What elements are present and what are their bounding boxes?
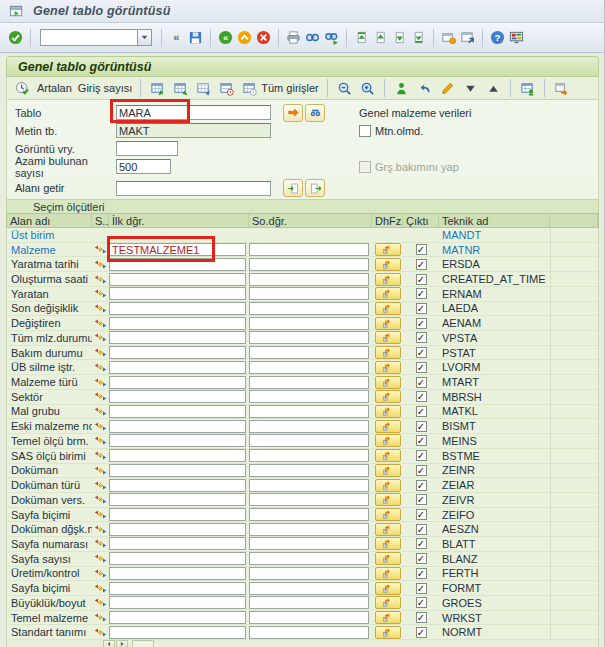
insert-field-button[interactable] (283, 179, 303, 197)
scrollbar-thumb[interactable] (132, 640, 154, 647)
hold-entries-button[interactable] (215, 79, 238, 98)
output-checkbox[interactable]: ✓ (416, 377, 427, 388)
multiple-selection-button[interactable] (375, 449, 401, 462)
undo-button[interactable] (413, 79, 436, 98)
multiple-selection-button[interactable] (375, 464, 401, 477)
multiple-selection-button[interactable] (375, 537, 401, 550)
deselect-fields-button[interactable] (192, 79, 215, 98)
selection-options-icon[interactable] (94, 331, 108, 345)
select-fields-button[interactable] (146, 79, 169, 98)
to-value-input[interactable] (249, 449, 369, 462)
selection-options-icon[interactable] (94, 566, 108, 580)
first-page-icon[interactable] (352, 28, 371, 47)
to-value-input[interactable] (249, 287, 369, 300)
print-icon[interactable] (284, 28, 303, 47)
output-checkbox[interactable]: ✓ (416, 612, 427, 623)
from-value-input[interactable] (109, 596, 246, 609)
output-checkbox[interactable]: ✓ (416, 538, 427, 549)
output-checkbox[interactable]: ✓ (416, 509, 427, 520)
sort-ascending-button[interactable] (482, 79, 505, 98)
alan-getir-input[interactable] (116, 181, 271, 196)
from-value-input[interactable] (109, 464, 246, 477)
exit-icon[interactable] (254, 28, 273, 47)
multiple-selection-button[interactable] (375, 611, 401, 624)
selection-options-icon[interactable] (94, 596, 108, 610)
output-checkbox[interactable]: ✓ (416, 303, 427, 314)
multiple-selection-button[interactable] (375, 376, 401, 389)
user-icon[interactable] (393, 80, 410, 97)
from-value-input[interactable] (109, 508, 246, 521)
goruntu-vry-input[interactable] (116, 141, 178, 156)
to-value-input[interactable] (249, 582, 369, 595)
from-value-input[interactable] (109, 582, 246, 595)
user-parameters-button[interactable] (516, 79, 539, 98)
selection-options-icon[interactable] (94, 301, 108, 315)
table-hold-2-icon[interactable] (241, 80, 258, 97)
sort-descending-icon[interactable] (462, 80, 479, 97)
multiple-selection-button[interactable] (375, 243, 401, 256)
delete-selections-button[interactable] (436, 79, 459, 98)
to-value-input[interactable] (249, 508, 369, 521)
output-checkbox[interactable]: ✓ (416, 421, 427, 432)
to-value-input[interactable] (249, 493, 369, 506)
insert-all-fields-button[interactable] (305, 179, 325, 197)
to-value-input[interactable] (249, 302, 369, 315)
selection-options-icon[interactable] (94, 375, 108, 389)
from-value-input[interactable] (109, 376, 246, 389)
to-value-input[interactable] (249, 405, 369, 418)
table-hold-1-icon[interactable] (218, 80, 235, 97)
selection-options-icon[interactable] (94, 611, 108, 625)
selection-options-icon[interactable] (94, 552, 108, 566)
output-checkbox[interactable]: ✓ (416, 274, 427, 285)
create-shortcut-icon[interactable] (458, 28, 477, 47)
selection-options-icon[interactable] (94, 404, 108, 418)
azami-input[interactable]: 500 (116, 159, 171, 174)
to-value-input[interactable] (249, 346, 369, 359)
up-icon[interactable] (235, 28, 254, 47)
find-icon[interactable] (303, 28, 322, 47)
selection-options-icon[interactable] (94, 316, 108, 330)
to-value-input[interactable] (249, 611, 369, 624)
multiple-selection-button[interactable] (375, 479, 401, 492)
output-checkbox[interactable]: ✓ (416, 259, 427, 270)
multiple-selection-button[interactable] (375, 596, 401, 609)
table-select-2-icon[interactable] (172, 80, 189, 97)
output-checkbox[interactable]: ✓ (416, 480, 427, 491)
from-value-input[interactable] (109, 626, 246, 639)
selection-options-icon[interactable] (94, 243, 108, 257)
to-value-input[interactable] (249, 390, 369, 403)
output-checkbox[interactable]: ✓ (416, 465, 427, 476)
multiple-selection-button[interactable] (375, 523, 401, 536)
command-input[interactable] (40, 29, 137, 46)
selection-options-icon[interactable] (94, 463, 108, 477)
zoom-in-button[interactable] (356, 79, 379, 98)
find-table-button[interactable] (305, 104, 325, 122)
multiple-selection-button[interactable] (375, 567, 401, 580)
from-value-input[interactable] (109, 567, 246, 580)
from-value-input[interactable] (109, 523, 246, 536)
to-value-input[interactable] (249, 420, 369, 433)
multiple-selection-button[interactable] (375, 493, 401, 506)
multiple-selection-button[interactable] (375, 434, 401, 447)
multiple-selection-button[interactable] (375, 420, 401, 433)
page-up-icon[interactable] (371, 28, 390, 47)
selection-options-icon[interactable] (94, 272, 108, 286)
selection-options-icon[interactable] (94, 346, 108, 360)
tablo-input[interactable]: MARA (116, 105, 271, 120)
output-checkbox[interactable]: ✓ (416, 568, 427, 579)
to-value-input[interactable] (249, 434, 369, 447)
to-value-input[interactable] (249, 317, 369, 330)
switch-window-icon[interactable] (553, 80, 570, 97)
output-checkbox[interactable]: ✓ (416, 332, 427, 343)
output-checkbox[interactable]: ✓ (416, 288, 427, 299)
from-value-input[interactable] (109, 331, 246, 344)
from-value-input[interactable] (109, 302, 246, 315)
help-icon[interactable]: ? (488, 28, 507, 47)
output-checkbox[interactable]: ✓ (416, 583, 427, 594)
from-value-input[interactable] (109, 317, 246, 330)
to-value-input[interactable] (249, 273, 369, 286)
zoom-out-button[interactable] (333, 79, 356, 98)
selection-options-icon[interactable] (94, 419, 108, 433)
from-value-input[interactable] (109, 405, 246, 418)
system-menu-icon[interactable] (7, 2, 26, 21)
